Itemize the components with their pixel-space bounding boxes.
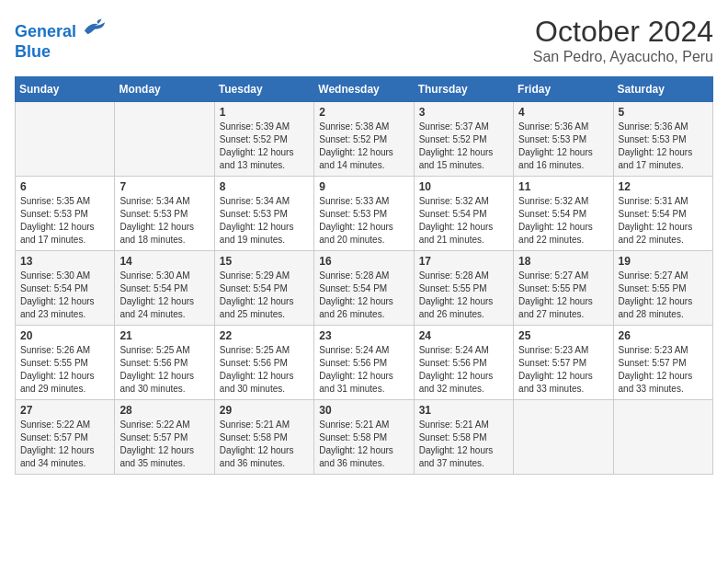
day-number: 22 (220, 329, 309, 342)
weekday-header: Sunday (16, 77, 115, 102)
calendar-cell: 6Sunrise: 5:35 AM Sunset: 5:53 PM Daylig… (16, 177, 115, 251)
day-info: Sunrise: 5:21 AM Sunset: 5:58 PM Dayligh… (220, 419, 309, 470)
day-number: 30 (319, 404, 408, 417)
calendar-cell: 21Sunrise: 5:25 AM Sunset: 5:56 PM Dayli… (115, 326, 214, 400)
calendar-cell: 5Sunrise: 5:36 AM Sunset: 5:53 PM Daylig… (613, 102, 712, 177)
calendar-cell: 22Sunrise: 5:25 AM Sunset: 5:56 PM Dayli… (214, 326, 313, 400)
day-number: 25 (518, 329, 608, 342)
calendar-cell: 16Sunrise: 5:28 AM Sunset: 5:54 PM Dayli… (314, 251, 414, 326)
day-info: Sunrise: 5:23 AM Sunset: 5:57 PM Dayligh… (619, 344, 708, 396)
day-number: 18 (518, 255, 608, 268)
day-number: 29 (220, 404, 309, 417)
calendar-week-row: 13Sunrise: 5:30 AM Sunset: 5:54 PM Dayli… (16, 251, 713, 326)
calendar-cell: 23Sunrise: 5:24 AM Sunset: 5:56 PM Dayli… (314, 326, 414, 400)
calendar-cell: 30Sunrise: 5:21 AM Sunset: 5:58 PM Dayli… (314, 400, 414, 475)
calendar-week-row: 1Sunrise: 5:39 AM Sunset: 5:52 PM Daylig… (16, 102, 713, 177)
calendar-cell (115, 102, 214, 177)
day-number: 12 (619, 180, 708, 193)
day-info: Sunrise: 5:37 AM Sunset: 5:52 PM Dayligh… (419, 121, 508, 172)
day-info: Sunrise: 5:21 AM Sunset: 5:58 PM Dayligh… (319, 419, 408, 470)
calendar-week-row: 6Sunrise: 5:35 AM Sunset: 5:53 PM Daylig… (16, 177, 713, 251)
day-number: 13 (20, 255, 109, 268)
day-number: 14 (119, 255, 209, 268)
month-title: October 2024 (533, 15, 713, 49)
calendar-cell: 11Sunrise: 5:32 AM Sunset: 5:54 PM Dayli… (514, 177, 613, 251)
day-info: Sunrise: 5:32 AM Sunset: 5:54 PM Dayligh… (518, 195, 608, 247)
day-info: Sunrise: 5:33 AM Sunset: 5:53 PM Dayligh… (319, 195, 408, 247)
day-info: Sunrise: 5:28 AM Sunset: 5:54 PM Dayligh… (319, 270, 408, 321)
weekday-header: Tuesday (214, 77, 313, 102)
day-info: Sunrise: 5:39 AM Sunset: 5:52 PM Dayligh… (220, 121, 309, 172)
location-title: San Pedro, Ayacucho, Peru (533, 49, 713, 65)
day-info: Sunrise: 5:28 AM Sunset: 5:55 PM Dayligh… (419, 270, 508, 321)
day-number: 28 (119, 404, 209, 417)
calendar-cell: 2Sunrise: 5:38 AM Sunset: 5:52 PM Daylig… (314, 102, 414, 177)
calendar-week-row: 27Sunrise: 5:22 AM Sunset: 5:57 PM Dayli… (16, 400, 713, 475)
calendar-cell: 28Sunrise: 5:22 AM Sunset: 5:57 PM Dayli… (115, 400, 214, 475)
calendar-cell: 12Sunrise: 5:31 AM Sunset: 5:54 PM Dayli… (613, 177, 712, 251)
weekday-header: Monday (115, 77, 214, 102)
day-info: Sunrise: 5:36 AM Sunset: 5:53 PM Dayligh… (518, 121, 608, 172)
calendar-header-row: SundayMondayTuesdayWednesdayThursdayFrid… (16, 77, 713, 102)
calendar-cell: 15Sunrise: 5:29 AM Sunset: 5:54 PM Dayli… (214, 251, 313, 326)
day-number: 26 (619, 329, 708, 342)
calendar-table: SundayMondayTuesdayWednesdayThursdayFrid… (15, 76, 713, 475)
weekday-header: Friday (514, 77, 613, 102)
day-number: 15 (220, 255, 309, 268)
calendar-cell: 27Sunrise: 5:22 AM Sunset: 5:57 PM Dayli… (16, 400, 115, 475)
day-number: 7 (119, 180, 209, 193)
calendar-cell: 29Sunrise: 5:21 AM Sunset: 5:58 PM Dayli… (214, 400, 313, 475)
day-info: Sunrise: 5:32 AM Sunset: 5:54 PM Dayligh… (419, 195, 508, 247)
day-info: Sunrise: 5:22 AM Sunset: 5:57 PM Dayligh… (20, 419, 109, 470)
calendar-cell (613, 400, 712, 475)
day-info: Sunrise: 5:34 AM Sunset: 5:53 PM Dayligh… (119, 195, 209, 247)
day-number: 11 (518, 180, 608, 193)
day-info: Sunrise: 5:35 AM Sunset: 5:53 PM Dayligh… (20, 195, 109, 247)
calendar-cell: 26Sunrise: 5:23 AM Sunset: 5:57 PM Dayli… (613, 326, 712, 400)
day-info: Sunrise: 5:36 AM Sunset: 5:53 PM Dayligh… (619, 121, 708, 172)
day-info: Sunrise: 5:25 AM Sunset: 5:56 PM Dayligh… (119, 344, 209, 396)
day-number: 20 (20, 329, 109, 342)
day-info: Sunrise: 5:27 AM Sunset: 5:55 PM Dayligh… (518, 270, 608, 321)
weekday-header: Thursday (414, 77, 513, 102)
logo-text: General (15, 15, 108, 42)
day-number: 10 (419, 180, 508, 193)
day-number: 19 (619, 255, 708, 268)
day-number: 17 (419, 255, 508, 268)
day-number: 9 (319, 180, 408, 193)
calendar-cell (514, 400, 613, 475)
day-number: 4 (518, 106, 608, 119)
day-info: Sunrise: 5:22 AM Sunset: 5:57 PM Dayligh… (119, 419, 209, 470)
day-info: Sunrise: 5:30 AM Sunset: 5:54 PM Dayligh… (20, 270, 109, 321)
page-header: General Blue October 2024 San Pedro, Aya… (15, 15, 713, 65)
day-info: Sunrise: 5:23 AM Sunset: 5:57 PM Dayligh… (518, 344, 608, 396)
calendar-cell: 13Sunrise: 5:30 AM Sunset: 5:54 PM Dayli… (16, 251, 115, 326)
day-number: 21 (119, 329, 209, 342)
day-info: Sunrise: 5:29 AM Sunset: 5:54 PM Dayligh… (220, 270, 309, 321)
day-info: Sunrise: 5:25 AM Sunset: 5:56 PM Dayligh… (220, 344, 309, 396)
day-number: 27 (20, 404, 109, 417)
logo-text2: Blue (15, 42, 108, 63)
calendar-cell: 8Sunrise: 5:34 AM Sunset: 5:53 PM Daylig… (214, 177, 313, 251)
calendar-cell: 17Sunrise: 5:28 AM Sunset: 5:55 PM Dayli… (414, 251, 513, 326)
logo-bird-icon (83, 15, 108, 37)
logo: General Blue (15, 15, 108, 62)
day-info: Sunrise: 5:38 AM Sunset: 5:52 PM Dayligh… (319, 121, 408, 172)
day-number: 2 (319, 106, 408, 119)
day-number: 23 (319, 329, 408, 342)
calendar-cell: 1Sunrise: 5:39 AM Sunset: 5:52 PM Daylig… (214, 102, 313, 177)
day-info: Sunrise: 5:30 AM Sunset: 5:54 PM Dayligh… (119, 270, 209, 321)
day-number: 3 (419, 106, 508, 119)
calendar-cell: 4Sunrise: 5:36 AM Sunset: 5:53 PM Daylig… (514, 102, 613, 177)
day-number: 5 (619, 106, 708, 119)
day-number: 16 (319, 255, 408, 268)
calendar-cell: 3Sunrise: 5:37 AM Sunset: 5:52 PM Daylig… (414, 102, 513, 177)
day-info: Sunrise: 5:24 AM Sunset: 5:56 PM Dayligh… (419, 344, 508, 396)
calendar-cell: 20Sunrise: 5:26 AM Sunset: 5:55 PM Dayli… (16, 326, 115, 400)
day-info: Sunrise: 5:24 AM Sunset: 5:56 PM Dayligh… (319, 344, 408, 396)
calendar-cell: 25Sunrise: 5:23 AM Sunset: 5:57 PM Dayli… (514, 326, 613, 400)
weekday-header: Saturday (613, 77, 712, 102)
day-number: 24 (419, 329, 508, 342)
calendar-cell: 31Sunrise: 5:21 AM Sunset: 5:58 PM Dayli… (414, 400, 513, 475)
day-info: Sunrise: 5:31 AM Sunset: 5:54 PM Dayligh… (619, 195, 708, 247)
